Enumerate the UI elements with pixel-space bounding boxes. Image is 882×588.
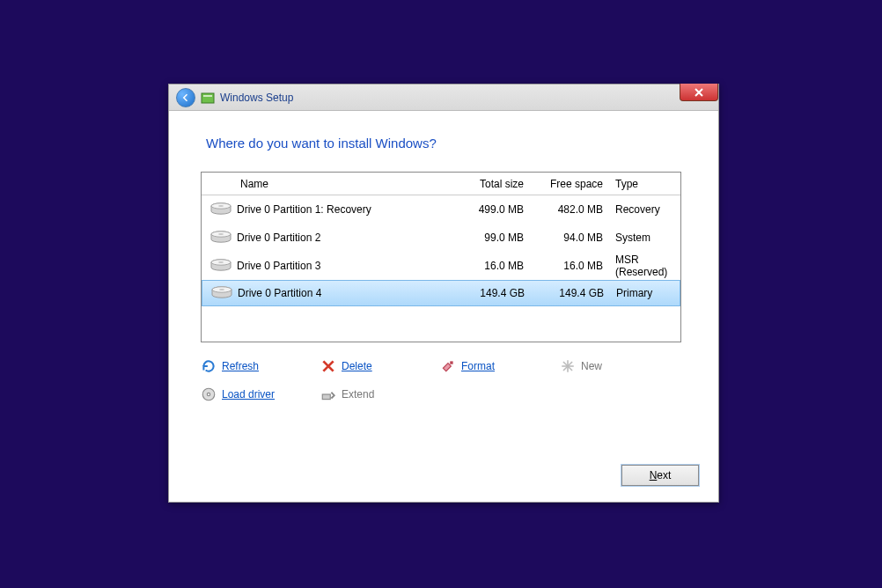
extend-label: Extend	[342, 388, 374, 401]
titlebar: Windows Setup	[169, 85, 718, 111]
table-row[interactable]: Drive 0 Partition 1: Recovery499.0 MB482…	[202, 195, 680, 224]
new-icon	[560, 358, 576, 374]
delete-icon	[320, 358, 336, 374]
format-action[interactable]: Format	[440, 355, 560, 378]
partition-name: Drive 0 Partition 2	[237, 232, 452, 244]
svg-point-13	[219, 289, 224, 290]
refresh-action[interactable]: Refresh	[201, 355, 320, 378]
load-driver-label: Load driver	[222, 388, 275, 401]
next-label: Next	[650, 469, 672, 481]
disk-icon	[205, 230, 237, 246]
col-type: Type	[610, 178, 680, 190]
partition-total: 16.0 MB	[452, 260, 531, 272]
table-row[interactable]: Drive 0 Partition 4149.4 GB149.4 GBPrima…	[202, 280, 680, 306]
svg-point-20	[207, 393, 209, 395]
setup-window: Windows Setup Where do you want to insta…	[168, 84, 719, 503]
svg-rect-1	[203, 95, 212, 97]
refresh-icon	[201, 358, 217, 374]
new-action: New	[560, 355, 680, 378]
content-area: Where do you want to install Windows? Na…	[169, 111, 718, 411]
disk-icon	[205, 258, 237, 274]
partition-total: 499.0 MB	[452, 203, 531, 216]
format-icon	[440, 358, 456, 374]
delete-label: Delete	[342, 360, 372, 372]
close-icon	[694, 87, 704, 98]
col-total: Total size	[452, 178, 531, 190]
window-title: Windows Setup	[220, 92, 293, 104]
app-icon	[201, 91, 215, 105]
partition-name: Drive 0 Partition 1: Recovery	[237, 203, 452, 216]
partition-table: Name Total size Free space Type Drive 0 …	[201, 172, 681, 342]
back-arrow-icon	[180, 92, 191, 103]
close-button[interactable]	[680, 84, 718, 101]
partition-type: MSR (Reserved)	[610, 254, 680, 278]
partition-name: Drive 0 Partition 4	[238, 287, 452, 299]
load-driver-action[interactable]: Load driver	[201, 383, 320, 406]
extend-icon	[320, 386, 336, 402]
page-heading: Where do you want to install Windows?	[206, 136, 687, 151]
svg-point-4	[218, 205, 224, 207]
refresh-label: Refresh	[222, 360, 259, 372]
partition-free: 482.0 MB	[531, 203, 610, 216]
disc-icon	[201, 386, 217, 402]
table-header: Name Total size Free space Type	[202, 173, 680, 195]
extend-action: Extend	[320, 383, 440, 406]
disk-icon	[205, 202, 237, 217]
col-free: Free space	[531, 178, 610, 190]
back-button[interactable]	[176, 88, 195, 107]
col-name: Name	[240, 178, 452, 190]
partition-free: 94.0 MB	[531, 232, 610, 244]
partition-free: 16.0 MB	[531, 260, 610, 272]
disk-icon	[206, 285, 238, 301]
svg-rect-21	[322, 394, 330, 400]
partition-type: System	[610, 232, 680, 244]
partition-name: Drive 0 Partition 3	[237, 260, 452, 272]
table-row[interactable]: Drive 0 Partition 299.0 MB94.0 MBSystem	[202, 224, 680, 252]
svg-rect-0	[202, 93, 214, 103]
svg-point-7	[218, 233, 224, 235]
svg-point-10	[218, 261, 224, 263]
next-button[interactable]: Next	[621, 465, 699, 486]
partition-total: 99.0 MB	[452, 232, 531, 244]
partition-type: Recovery	[610, 203, 680, 216]
actions-row: Refresh Delete Format New Load driver Ex…	[201, 355, 681, 411]
partition-type: Primary	[611, 287, 680, 299]
format-label: Format	[461, 360, 495, 372]
new-label: New	[581, 360, 602, 372]
table-row[interactable]: Drive 0 Partition 316.0 MB16.0 MBMSR (Re…	[202, 252, 680, 280]
delete-action[interactable]: Delete	[320, 355, 440, 378]
partition-total: 149.4 GB	[452, 287, 532, 299]
svg-rect-14	[450, 361, 452, 364]
partition-free: 149.4 GB	[532, 287, 611, 299]
